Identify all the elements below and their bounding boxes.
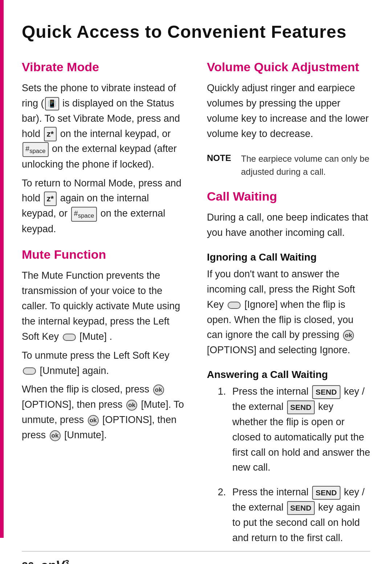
page-container: Quick Access to Convenient Features Vibr… [0,0,392,564]
ignoring-para: If you don't want to answer the incoming… [207,267,370,358]
send-key-internal-2: SEND [312,486,340,500]
right-softkey-icon [228,302,241,309]
ok-icon-4: ok [50,430,61,441]
hash-key-icon-2: #space [71,207,97,222]
vibrate-display-icon: 📳 [45,97,59,110]
volume-title: Volume Quick Adjustment [207,60,370,74]
ignoring-title: Ignoring a Call Waiting [207,251,370,263]
list-item: 1. Press the internal SEND key / the ext… [207,384,370,475]
call-waiting-title: Call Waiting [207,189,370,204]
left-column: Vibrate Mode Sets the phone to vibrate i… [22,60,185,555]
mute-function-body: The Mute Function prevents the transmiss… [22,268,185,443]
call-waiting-body: During a call, one beep indicates that y… [207,210,370,241]
volume-section: Volume Quick Adjustment Quickly adjust r… [207,60,370,178]
vibrate-mode-section: Vibrate Mode Sets the phone to vibrate i… [22,60,185,237]
mute-para-1: The Mute Function prevents the transmiss… [22,268,185,344]
answering-title: Answering a Call Waiting [207,369,370,380]
left-softkey-icon [63,334,76,341]
footer: 26 enV3 [22,551,370,564]
footer-page-number: 26 [22,560,34,564]
send-key-internal-1: SEND [312,385,340,399]
accent-bar [0,0,4,538]
ok-icon-ignore: ok [343,330,354,341]
z-key-icon-2: z* [44,192,57,206]
list-num-1: 1. [218,384,229,475]
z-key-icon: z* [44,127,57,141]
right-column: Volume Quick Adjustment Quickly adjust r… [207,60,370,555]
page-title: Quick Access to Convenient Features [22,22,370,42]
vibrate-mode-body: Sets the phone to vibrate instead of rin… [22,81,185,237]
ok-icon-3: ok [88,415,99,426]
list-item-1-text: Press the internal SEND key / the extern… [232,384,370,475]
mute-para-3: When the flip is closed, press ok [OPTIO… [22,382,185,443]
mute-function-title: Mute Function [22,247,185,262]
note-text: The earpiece volume can only be adjusted… [241,152,370,178]
ignoring-body: If you don't want to answer the incoming… [207,267,370,358]
vibrate-mode-title: Vibrate Mode [22,60,185,74]
note-block: NOTE The earpiece volume can only be adj… [207,152,370,178]
list-item-2-text: Press the internal SEND key / the extern… [232,485,370,545]
answering-list: 1. Press the internal SEND key / the ext… [207,384,370,545]
list-num-2: 2. [218,485,229,545]
vibrate-para-1: Sets the phone to vibrate instead of rin… [22,81,185,172]
list-item: 2. Press the internal SEND key / the ext… [207,485,370,545]
note-label: NOTE [207,152,236,163]
send-key-external-2: SEND [287,501,315,515]
left-softkey-icon-2 [23,367,36,375]
vibrate-para-2: To return to Normal Mode, press and hold… [22,176,185,237]
two-column-layout: Vibrate Mode Sets the phone to vibrate i… [22,60,370,555]
mute-function-section: Mute Function The Mute Function prevents… [22,247,185,443]
mute-para-2: To unmute press the Left Soft Key [Unmut… [22,348,185,379]
call-waiting-section: Call Waiting During a call, one beep ind… [207,189,370,545]
send-key-external-1: SEND [287,400,315,415]
ok-icon-2: ok [126,400,137,411]
footer-brand: enV3 [40,558,69,564]
ok-icon-1: ok [153,384,164,395]
volume-body: Quickly adjust ringer and earpiece volum… [207,81,370,141]
hash-key-icon: #space [23,142,49,157]
